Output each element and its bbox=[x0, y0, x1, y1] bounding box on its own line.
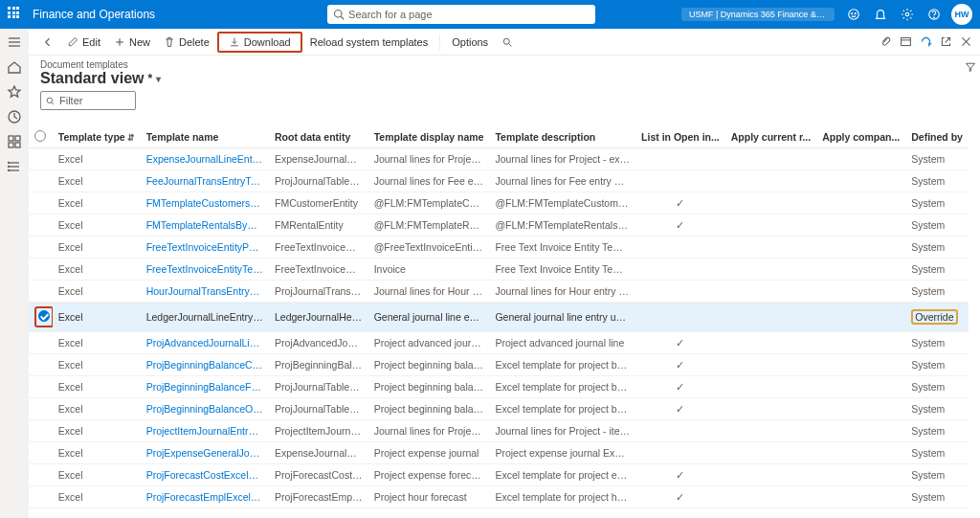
hamburger-icon[interactable] bbox=[7, 34, 22, 50]
cell-name[interactable]: ProjBeginningBalanceOnAccExcelTemplate bbox=[141, 398, 269, 420]
user-avatar[interactable]: HW bbox=[951, 4, 972, 25]
search-icon bbox=[333, 9, 345, 20]
table-row[interactable]: ExcelFreeTextInvoiceEntityTemplateFreeTe… bbox=[29, 259, 969, 281]
cell-current bbox=[725, 214, 816, 236]
left-rail bbox=[0, 29, 29, 518]
delete-button[interactable]: Delete bbox=[158, 34, 215, 50]
cell-current bbox=[725, 148, 816, 170]
cell-name[interactable]: ProjForecastEmplExcelTemplateV3 bbox=[141, 486, 269, 508]
col-template-name[interactable]: Template name bbox=[141, 126, 269, 148]
cell-name[interactable]: ProjBeginningBalanceCostSalesExcelTempla… bbox=[141, 354, 269, 376]
quick-filter[interactable]: Filter bbox=[40, 91, 136, 110]
table-row[interactable]: ExcelProjForecastOnAccExcelTemplateV3Pro… bbox=[29, 508, 969, 513]
col-apply-current[interactable]: Apply current r... bbox=[725, 126, 816, 148]
environment-badge[interactable]: USMF | Dynamics 365 Finance & Supply Cha… bbox=[681, 8, 835, 21]
cell-name[interactable]: ProjForecastCostExcelTemplateV3 bbox=[141, 464, 269, 486]
table-row[interactable]: ExcelProjBeginningBalanceOnAccExcelTempl… bbox=[29, 398, 969, 420]
table-row[interactable]: ExcelExpenseJournalLineEntityTemplateExp… bbox=[29, 148, 969, 170]
cell-type: Excel bbox=[53, 281, 141, 303]
table-row[interactable]: ExcelProjExpenseGeneralJournalLineEntity… bbox=[29, 442, 969, 464]
view-title[interactable]: Standard view * ▾ bbox=[40, 70, 969, 87]
edit-button[interactable]: Edit bbox=[61, 34, 106, 50]
svg-line-1 bbox=[341, 16, 344, 19]
row-checkbox[interactable] bbox=[38, 310, 50, 322]
cell-type: Excel bbox=[53, 508, 141, 513]
settings-icon[interactable] bbox=[894, 1, 921, 28]
cell-name[interactable]: HourJournalTransEntryTemplate bbox=[141, 281, 269, 303]
cell-root: LedgerJournalHeaderEntity bbox=[269, 303, 368, 332]
workspaces-icon[interactable] bbox=[7, 134, 22, 149]
find-button[interactable] bbox=[496, 34, 519, 50]
cell-defined-by: System bbox=[905, 508, 969, 513]
svg-rect-12 bbox=[9, 136, 13, 141]
cell-name[interactable]: FreeTextInvoiceEntityTemplate bbox=[141, 259, 269, 281]
table-row[interactable]: ExcelFMTemplateRentalsByStatusFMRentalEn… bbox=[29, 214, 969, 236]
col-apply-company[interactable]: Apply compan... bbox=[816, 126, 905, 148]
col-template-type[interactable]: Template type⇵ bbox=[53, 126, 141, 148]
attachments-icon[interactable] bbox=[880, 35, 892, 48]
table-row[interactable]: ExcelProjBeginningBalanceFeeExcelTemplat… bbox=[29, 376, 969, 398]
feedback-icon[interactable] bbox=[840, 1, 867, 28]
cell-name[interactable]: ProjExpenseGeneralJournalLineEntityTempl… bbox=[141, 442, 269, 464]
cell-desc: Free Text Invoice Entity Template for Pu… bbox=[489, 236, 635, 259]
col-defined-by[interactable]: Defined by bbox=[905, 126, 969, 148]
search-box[interactable]: Search for a page bbox=[327, 5, 595, 24]
personalize-icon[interactable] bbox=[900, 35, 912, 48]
favorite-icon[interactable] bbox=[7, 84, 22, 100]
cell-name[interactable]: LedgerJournalLineEntryTemplate bbox=[141, 303, 269, 332]
table-row[interactable]: ExcelLedgerJournalLineEntryTemplateLedge… bbox=[29, 303, 969, 332]
cell-defined-by: System bbox=[905, 398, 969, 420]
cell-name[interactable]: ProjForecastOnAccExcelTemplateV3 bbox=[141, 508, 269, 513]
grid-scroll[interactable]: Template type⇵ Template name Root data e… bbox=[29, 126, 969, 512]
download-button[interactable]: Download bbox=[223, 34, 297, 50]
cell-display: Journal lines for Fee entry bbox=[368, 170, 490, 192]
table-row[interactable]: ExcelFMTemplateCustomersWithLocationsFMC… bbox=[29, 192, 969, 214]
cell-name[interactable]: FreeTextInvoiceEntityPSNTemplate bbox=[141, 236, 269, 259]
cell-type: Excel bbox=[53, 214, 141, 236]
col-select-all[interactable] bbox=[29, 126, 53, 148]
cell-name[interactable]: FMTemplateRentalsByStatus bbox=[141, 214, 269, 236]
new-button[interactable]: New bbox=[108, 34, 156, 50]
refresh-icon[interactable] bbox=[920, 35, 932, 48]
cell-defined-by: System bbox=[905, 354, 969, 376]
cell-name[interactable]: ProjAdvancedJournalLineTemplate bbox=[141, 332, 269, 354]
col-list-open-in[interactable]: List in Open in... bbox=[635, 126, 725, 148]
table-row[interactable]: ExcelFreeTextInvoiceEntityPSNTemplateFre… bbox=[29, 236, 969, 259]
table-row[interactable]: ExcelProjAdvancedJournalLineTemplateProj… bbox=[29, 332, 969, 354]
home-icon[interactable] bbox=[7, 59, 22, 75]
app-launcher-icon[interactable] bbox=[8, 7, 23, 22]
table-row[interactable]: ExcelProjForecastCostExcelTemplateV3Proj… bbox=[29, 464, 969, 486]
cell-name[interactable]: FeeJournalTransEntryTemplate bbox=[141, 170, 269, 192]
table-row[interactable]: ExcelProjectItemJournalEntryTemplateProj… bbox=[29, 420, 969, 442]
close-icon[interactable] bbox=[960, 35, 972, 48]
cell-current bbox=[725, 486, 816, 508]
back-button[interactable] bbox=[36, 34, 59, 50]
cell-name[interactable]: ProjectItemJournalEntryTemplate bbox=[141, 420, 269, 442]
table-row[interactable]: ExcelProjForecastEmplExcelTemplateV3Proj… bbox=[29, 486, 969, 508]
svg-line-25 bbox=[509, 43, 512, 46]
filter-pane-toggle[interactable] bbox=[965, 61, 976, 75]
help-icon[interactable] bbox=[921, 1, 947, 28]
cell-name[interactable]: ExpenseJournalLineEntityTemplate bbox=[141, 148, 269, 170]
cell-name[interactable]: FMTemplateCustomersWithLocations bbox=[141, 192, 269, 214]
table-row[interactable]: ExcelHourJournalTransEntryTemplateProjJo… bbox=[29, 281, 969, 303]
col-root-entity[interactable]: Root data entity bbox=[269, 126, 368, 148]
cell-display: Project On-account forecast bbox=[368, 508, 490, 513]
table-row[interactable]: ExcelFeeJournalTransEntryTemplateProjJou… bbox=[29, 170, 969, 192]
table-row[interactable]: ExcelProjBeginningBalanceCostSalesExcelT… bbox=[29, 354, 969, 376]
cell-open bbox=[635, 148, 725, 170]
col-description[interactable]: Template description bbox=[489, 126, 635, 148]
cell-desc: Excel template for project On-account fo… bbox=[489, 508, 635, 513]
reload-templates-button[interactable]: Reload system templates bbox=[304, 34, 434, 50]
cell-current bbox=[725, 354, 816, 376]
modules-icon[interactable] bbox=[7, 159, 22, 174]
cell-defined-by: System bbox=[905, 170, 969, 192]
cell-open: ✓ bbox=[635, 508, 725, 513]
notification-icon[interactable] bbox=[867, 1, 894, 28]
cell-name[interactable]: ProjBeginningBalanceFeeExcelTemplate bbox=[141, 376, 269, 398]
options-button[interactable]: Options bbox=[446, 34, 494, 50]
col-display-name[interactable]: Template display name bbox=[368, 126, 490, 148]
recent-icon[interactable] bbox=[7, 109, 22, 124]
popout-icon[interactable] bbox=[940, 35, 952, 48]
cell-defined-by: System bbox=[905, 148, 969, 170]
